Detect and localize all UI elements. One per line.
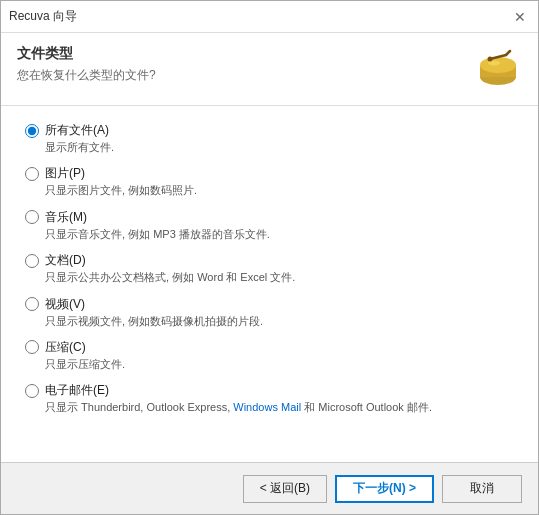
radio-documents[interactable] [25,254,39,268]
option-all-files: 所有文件(A) 显示所有文件. [25,122,514,155]
window-title: Recuva 向导 [9,8,77,25]
svg-point-6 [488,57,493,62]
footer: < 返回(B) 下一步(N) > 取消 [1,462,538,514]
radio-email[interactable] [25,384,39,398]
option-music: 音乐(M) 只显示音乐文件, 例如 MP3 播放器的音乐文件. [25,209,514,242]
windows-mail-link: Windows Mail [233,401,301,413]
radio-pictures[interactable] [25,167,39,181]
radio-video[interactable] [25,297,39,311]
radio-music[interactable] [25,210,39,224]
option-pictures-label[interactable]: 图片(P) [25,165,514,182]
option-video-text: 视频(V) [45,296,85,313]
option-video-desc: 只显示视频文件, 例如数码摄像机拍摄的片段. [45,314,514,329]
radio-all-files[interactable] [25,124,39,138]
option-documents-label[interactable]: 文档(D) [25,252,514,269]
option-email: 电子邮件(E) 只显示 Thunderbird, Outlook Express… [25,382,514,415]
file-type-icon [474,45,522,93]
radio-compressed[interactable] [25,340,39,354]
option-compressed-desc: 只显示压缩文件. [45,357,514,372]
option-pictures: 图片(P) 只显示图片文件, 例如数码照片. [25,165,514,198]
file-type-options: 所有文件(A) 显示所有文件. 图片(P) 只显示图片文件, 例如数码照片. 音… [25,122,514,416]
option-music-text: 音乐(M) [45,209,87,226]
header-title: 文件类型 [17,45,156,63]
cancel-button[interactable]: 取消 [442,475,522,503]
option-pictures-desc: 只显示图片文件, 例如数码照片. [45,183,514,198]
option-music-desc: 只显示音乐文件, 例如 MP3 播放器的音乐文件. [45,227,514,242]
option-documents: 文档(D) 只显示公共办公文档格式, 例如 Word 和 Excel 文件. [25,252,514,285]
titlebar: Recuva 向导 ✕ [1,1,538,33]
svg-line-5 [506,51,510,55]
option-all-files-text: 所有文件(A) [45,122,109,139]
header: 文件类型 您在恢复什么类型的文件? [1,33,538,106]
option-all-files-desc: 显示所有文件. [45,140,514,155]
option-email-text: 电子邮件(E) [45,382,109,399]
option-music-label[interactable]: 音乐(M) [25,209,514,226]
content-area: 所有文件(A) 显示所有文件. 图片(P) 只显示图片文件, 例如数码照片. 音… [1,106,538,462]
close-button[interactable]: ✕ [510,7,530,27]
back-button[interactable]: < 返回(B) [243,475,327,503]
option-compressed-text: 压缩(C) [45,339,86,356]
option-video-label[interactable]: 视频(V) [25,296,514,313]
option-email-desc: 只显示 Thunderbird, Outlook Express, Window… [45,400,514,415]
option-all-files-label[interactable]: 所有文件(A) [25,122,514,139]
option-email-label[interactable]: 电子邮件(E) [25,382,514,399]
main-window: Recuva 向导 ✕ 文件类型 您在恢复什么类型的文件? [0,0,539,515]
header-subtitle: 您在恢复什么类型的文件? [17,67,156,84]
option-pictures-text: 图片(P) [45,165,85,182]
next-button[interactable]: 下一步(N) > [335,475,434,503]
option-video: 视频(V) 只显示视频文件, 例如数码摄像机拍摄的片段. [25,296,514,329]
option-compressed: 压缩(C) 只显示压缩文件. [25,339,514,372]
option-compressed-label[interactable]: 压缩(C) [25,339,514,356]
option-documents-text: 文档(D) [45,252,86,269]
svg-point-2 [480,57,516,73]
header-text: 文件类型 您在恢复什么类型的文件? [17,45,156,84]
option-documents-desc: 只显示公共办公文档格式, 例如 Word 和 Excel 文件. [45,270,514,285]
